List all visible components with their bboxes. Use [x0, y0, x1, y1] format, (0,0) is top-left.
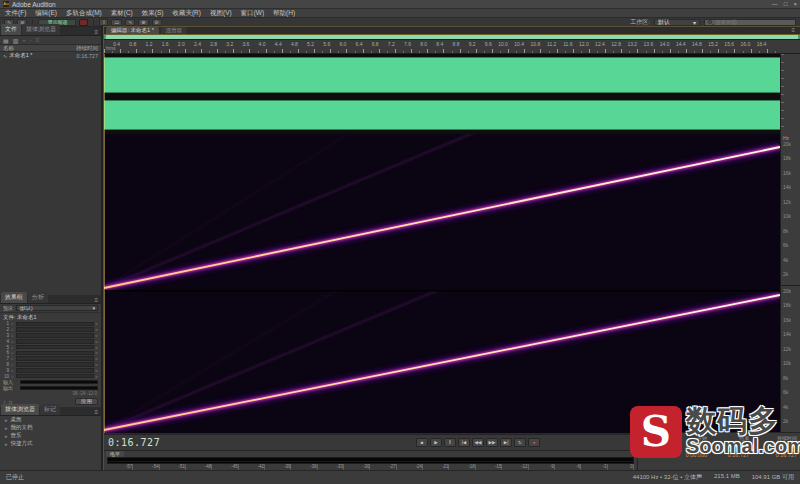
panel-menu-icon[interactable]: ≡	[791, 27, 798, 34]
slot-arrow-icon[interactable]: ▹	[96, 374, 98, 379]
column-duration[interactable]: 持续时间	[76, 45, 98, 52]
effects-rack-slot[interactable]: 1 ○ ▹	[0, 321, 101, 327]
slot-arrow-icon[interactable]: ▹	[96, 350, 98, 355]
panel-menu-icon[interactable]: ≡	[94, 409, 100, 415]
effect-slot-well[interactable]	[16, 333, 94, 338]
transport-button[interactable]: |◀	[458, 438, 470, 447]
power-icon[interactable]: ○	[11, 356, 14, 361]
power-icon[interactable]: ○	[11, 345, 14, 350]
frequency-ruler[interactable]: Hz 20k18k16k14k12k10k8k6k4k2k 20k18k16k1…	[780, 134, 800, 433]
tab-effects-rack[interactable]: 效果组	[1, 292, 27, 303]
files-toolbar-icon[interactable]: ▥	[13, 37, 19, 44]
menu-item[interactable]: 窗口(W)	[241, 9, 264, 18]
menu-item[interactable]: 素材(C)	[111, 9, 133, 18]
transport-button[interactable]: ‖	[444, 438, 456, 447]
twirl-down-icon[interactable]: ▸	[5, 433, 8, 439]
menu-item[interactable]: 收藏夹(R)	[172, 9, 201, 18]
effects-rack-slot[interactable]: 3 ○ ▹	[0, 333, 101, 339]
tab-mixer[interactable]: 混音器	[161, 27, 188, 34]
tab-files[interactable]: 文件	[1, 24, 21, 35]
menu-item[interactable]: 效果(S)	[142, 9, 164, 18]
files-toolbar-icon[interactable]: ≡	[36, 37, 40, 43]
timeline-ruler[interactable]: hms 0.40.81.21.62.02.42.83.23.64.04.44.8…	[104, 40, 800, 54]
effects-rack-slot[interactable]: 4 ○ ▹	[0, 338, 101, 344]
transport-button[interactable]: ◀◀	[472, 438, 484, 447]
transport-button[interactable]: ▶|	[500, 438, 512, 447]
slot-arrow-icon[interactable]: ▹	[96, 321, 98, 326]
window-control-button[interactable]: —	[772, 0, 778, 8]
browser-tree-item[interactable]: ▸ 我的文档	[0, 424, 101, 432]
time-display[interactable]: 0:16.727	[108, 437, 160, 448]
effect-slot-well[interactable]	[16, 339, 94, 344]
amplitude-ruler[interactable]	[780, 54, 800, 134]
twirl-down-icon[interactable]: ▸	[5, 441, 8, 447]
tool-button[interactable]: I	[99, 19, 108, 26]
power-icon[interactable]: ○	[11, 350, 14, 355]
transport-button[interactable]: ▶	[430, 438, 442, 447]
window-control-button[interactable]: □	[784, 0, 788, 8]
files-list-empty-area[interactable]	[0, 59, 101, 295]
window-control-button[interactable]: ×	[793, 0, 797, 8]
help-search[interactable]	[704, 19, 796, 26]
power-icon[interactable]: ○	[11, 362, 14, 367]
effect-slot-well[interactable]	[16, 327, 94, 332]
power-icon[interactable]: ○	[11, 321, 14, 326]
panel-menu-icon[interactable]: ≡	[94, 297, 100, 303]
power-icon[interactable]: ○	[11, 333, 14, 338]
files-toolbar-icon[interactable]: +	[22, 37, 26, 43]
slot-arrow-icon[interactable]: ▹	[96, 345, 98, 350]
tab-markers[interactable]: 标记	[40, 404, 60, 415]
effects-rack-slot[interactable]: 2 ○ ▹	[0, 327, 101, 333]
transport-button[interactable]: ●	[528, 438, 540, 447]
slot-arrow-icon[interactable]: ▹	[96, 327, 98, 332]
tab-media-browser-bottom[interactable]: 媒体浏览器	[1, 404, 39, 415]
tool-button[interactable]: ⊕	[138, 19, 148, 26]
files-toolbar-icon[interactable]: ▤	[3, 37, 9, 44]
browser-tree-item[interactable]: ▸ 快捷方式	[0, 440, 101, 448]
effects-rack-slot[interactable]: 8 ○ ▹	[0, 362, 101, 368]
slot-arrow-icon[interactable]: ▹	[96, 368, 98, 373]
transport-button[interactable]: ■	[416, 438, 428, 447]
browser-tree-item[interactable]: ▸ 音乐	[0, 432, 101, 440]
column-name[interactable]: 名称	[3, 45, 14, 52]
spectral-display[interactable]	[104, 134, 780, 433]
effect-slot-well[interactable]	[16, 345, 94, 350]
power-icon[interactable]: ○	[11, 327, 14, 332]
slot-arrow-icon[interactable]: ▹	[96, 362, 98, 367]
apply-button[interactable]: 应用	[75, 398, 98, 405]
effect-slot-well[interactable]	[16, 351, 94, 356]
waveform-display[interactable]	[104, 54, 780, 134]
files-toolbar-icon[interactable]: -	[30, 37, 32, 43]
slot-arrow-icon[interactable]: ▹	[96, 333, 98, 338]
slot-arrow-icon[interactable]: ▹	[96, 356, 98, 361]
effects-rack-slot[interactable]: 6 ○ ▹	[0, 350, 101, 356]
effect-slot-well[interactable]	[16, 356, 94, 361]
waveform-channel-left[interactable]	[104, 57, 780, 93]
menu-item[interactable]: 视图(V)	[210, 9, 232, 18]
effect-slot-well[interactable]	[16, 322, 94, 327]
tool-button[interactable]: ▭	[111, 19, 122, 26]
effect-slot-well[interactable]	[16, 374, 94, 379]
tab-analysis[interactable]: 分析	[28, 292, 48, 303]
slot-arrow-icon[interactable]: ▹	[96, 339, 98, 344]
power-icon[interactable]: ○	[11, 374, 14, 379]
search-input[interactable]	[715, 19, 792, 25]
effect-slot-well[interactable]	[16, 368, 94, 373]
browser-tree-item[interactable]: ▸ 桌面	[0, 416, 101, 424]
effect-slot-well[interactable]	[16, 362, 94, 367]
effects-rack-slot[interactable]: 7 ○ ▹	[0, 356, 101, 362]
tool-button[interactable]: ∿	[125, 19, 135, 26]
tab-editor[interactable]: 编辑器: 未命名1 *	[106, 27, 159, 34]
menu-item[interactable]: 文件(F)	[5, 9, 26, 18]
twirl-down-icon[interactable]: ▸	[5, 425, 8, 431]
tab-media-browser[interactable]: 媒体浏览器	[22, 24, 60, 35]
record-toggle-icon[interactable]	[79, 19, 88, 26]
file-row[interactable]: ∿ 未命名1 * 0:16.727	[0, 52, 101, 59]
effects-rack-slot[interactable]: 9 ○ ▹	[0, 367, 101, 373]
playhead[interactable]	[104, 54, 105, 433]
power-icon[interactable]: ○	[11, 368, 14, 373]
effects-rack-slot[interactable]: 5 ○ ▹	[0, 344, 101, 350]
tool-button[interactable]: ⊘	[152, 19, 162, 26]
menu-item[interactable]: 帮助(H)	[273, 9, 295, 18]
menu-item[interactable]: 多轨合成(M)	[66, 9, 102, 18]
